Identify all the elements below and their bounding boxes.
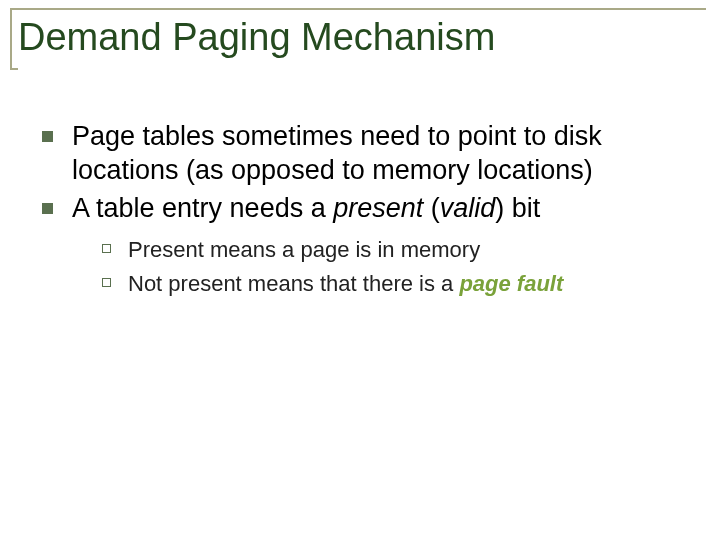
bullet-item: Page tables sometimes need to point to d… bbox=[38, 120, 690, 188]
title-area: Demand Paging Mechanism bbox=[14, 12, 706, 68]
bullet-text-em: present bbox=[333, 193, 423, 223]
bullet-text: Page tables sometimes need to point to d… bbox=[72, 121, 602, 185]
sub-bullet-text-prefix: Not present means that there is a bbox=[128, 271, 459, 296]
bullet-item: A table entry needs a present (valid) bi… bbox=[38, 192, 690, 299]
slide-title: Demand Paging Mechanism bbox=[14, 10, 495, 66]
bullet-text-suffix: ) bit bbox=[495, 193, 540, 223]
sub-bullet-item: Present means a page is in memory bbox=[100, 235, 690, 265]
bullet-text-mid: ( bbox=[423, 193, 440, 223]
sub-bullet-list: Present means a page is in memory Not pr… bbox=[72, 235, 690, 298]
bullet-text-prefix: A table entry needs a bbox=[72, 193, 333, 223]
sub-bullet-text: Present means a page is in memory bbox=[128, 237, 480, 262]
sub-bullet-item: Not present means that there is a page f… bbox=[100, 269, 690, 299]
slide-body: Page tables sometimes need to point to d… bbox=[38, 120, 690, 303]
slide: Demand Paging Mechanism Page tables some… bbox=[0, 0, 720, 540]
bullet-text-em: valid bbox=[440, 193, 496, 223]
sub-bullet-text-em: page fault bbox=[459, 271, 563, 296]
bullet-list: Page tables sometimes need to point to d… bbox=[38, 120, 690, 299]
